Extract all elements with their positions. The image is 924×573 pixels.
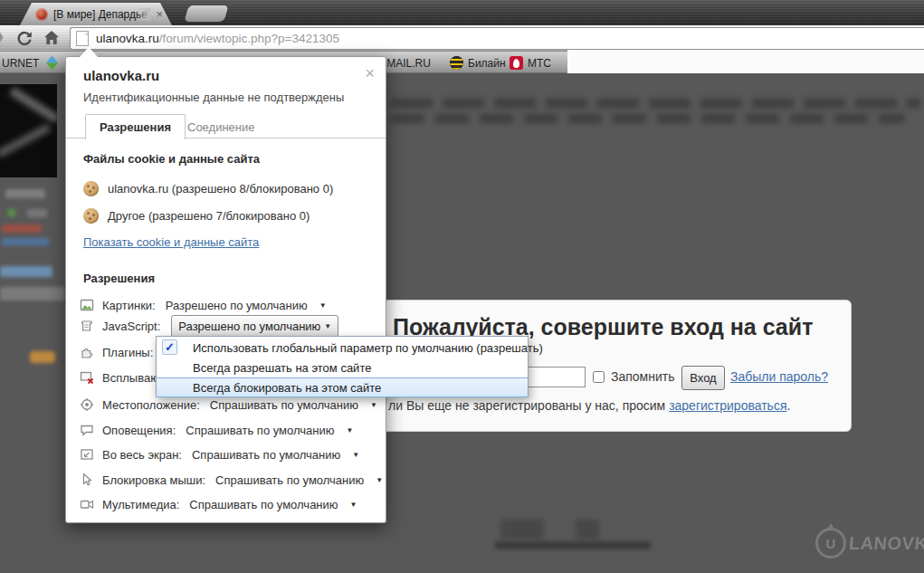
address-bar[interactable]: ulanovka.ru/forum/viewtopic.php?p=342130…: [70, 27, 924, 50]
permission-value[interactable]: Спрашивать по умолчанию: [210, 398, 358, 412]
javascript-permission-menu: ✓ Использовать глобальный параметр по ум…: [156, 336, 529, 397]
register-line: ли Вы еще не зарегистрированы у нас, про…: [388, 398, 790, 413]
dimmed-text-line: [391, 114, 905, 123]
permission-value[interactable]: Спрашивать по умолчанию: [215, 473, 364, 487]
bookmark-urnet[interactable]: URNET: [2, 55, 39, 71]
permission-value: Разрешено по умолчанию: [178, 320, 320, 333]
dropdown-caret-icon[interactable]: ▼: [350, 501, 357, 509]
popup-tab-bar: Разрешения Соединение: [66, 114, 386, 138]
dimmed-text-line: [391, 99, 920, 108]
permission-row-plugins: Плагины:: [80, 342, 163, 362]
tab-favicon-icon: [35, 8, 48, 21]
menu-option-label: Всегда блокировать на этом сайте: [193, 381, 381, 395]
dimmed-content: [500, 520, 544, 540]
dropdown-caret-icon[interactable]: ▼: [352, 451, 359, 459]
dropdown-caret-icon[interactable]: ▼: [319, 301, 327, 310]
dimmed-content: [7, 208, 16, 217]
diamond-bookmark-icon[interactable]: [45, 55, 59, 71]
mts-icon: [510, 56, 523, 70]
media-camera-icon: [80, 497, 94, 511]
ulanovka-logo-icon: U: [815, 528, 846, 559]
dropdown-caret-icon[interactable]: ▼: [346, 426, 353, 435]
cookie-item: Другое (разрешено 7/блокировано 0): [83, 208, 310, 224]
images-icon: [80, 298, 94, 312]
permission-label: JavaScript:: [102, 320, 160, 333]
login-button[interactable]: Вход: [681, 366, 725, 390]
register-suffix: .: [786, 398, 790, 413]
permission-label: Картинки:: [102, 299, 156, 312]
dimmed-content: [5, 189, 45, 198]
menu-option-always-allow[interactable]: Всегда разрешать на этом сайте: [157, 358, 528, 377]
cookies-heading: Файлы cookie и данные сайта: [83, 152, 260, 166]
remember-label: Запомнить: [611, 369, 675, 384]
tab-permissions[interactable]: Разрешения: [85, 114, 186, 139]
permission-value[interactable]: Спрашивать по умолчанию: [192, 448, 340, 462]
permission-value[interactable]: Разрешено по умолчанию: [166, 299, 308, 312]
show-cookies-link[interactable]: Показать cookie и данные сайта: [83, 235, 259, 249]
remember-checkbox[interactable]: [593, 371, 605, 383]
menu-option-global-default[interactable]: ✓ Использовать глобальный параметр по ум…: [157, 337, 528, 358]
menu-option-always-block[interactable]: Всегда блокировать на этом сайте: [157, 377, 528, 397]
permission-label: Мультимедиа:: [102, 498, 179, 511]
browser-tab[interactable]: [В мире] Депардье объяв ×: [20, 3, 172, 25]
cookie-item-text: ulanovka.ru (разрешено 8/блокировано 0): [108, 182, 333, 196]
url-path: /forum/viewtopic.php?p=3421305: [159, 32, 339, 45]
home-icon[interactable]: [42, 28, 62, 48]
forgot-password-link[interactable]: Забыли пароль?: [730, 369, 828, 384]
new-tab-button[interactable]: [184, 5, 228, 22]
fullscreen-icon: [80, 447, 94, 462]
forward-button[interactable]: ❯: [0, 28, 10, 48]
permission-row-javascript: JavaScript: Разрешено по умолчанию ▼: [80, 316, 338, 336]
bookmark-label: МТС: [528, 57, 551, 70]
tab-connection[interactable]: Соединение: [187, 120, 255, 134]
cookie-item-text: Другое (разрешено 7/блокировано 0): [108, 209, 310, 223]
permission-value[interactable]: Спрашивать по умолчанию: [186, 424, 334, 437]
permission-label: Оповещения:: [102, 424, 176, 437]
page-icon[interactable]: [76, 31, 89, 46]
bookmark-mts[interactable]: МТС: [510, 55, 551, 71]
dropdown-caret-icon: ▼: [324, 322, 331, 330]
permission-row-fullscreen: Во весь экран: Спрашивать по умолчанию ▼: [80, 444, 359, 464]
menu-option-label: Использовать глобальный параметр по умол…: [193, 341, 543, 355]
watermark-text: LANOVKA: [848, 533, 924, 554]
dimmed-content: [27, 209, 47, 217]
permission-row-media: Мультимедиа: Спрашивать по умолчанию ▼: [80, 494, 357, 514]
dimmed-content: [2, 224, 42, 233]
watermark-initial: U: [826, 536, 836, 551]
location-icon: [80, 397, 94, 412]
popup-blocked-icon: [80, 370, 94, 385]
popup-anchor-arrow: [80, 47, 98, 57]
register-text: ли Вы еще не зарегистрированы у нас, про…: [388, 398, 665, 413]
site-permissions-popup: ulanovka.ru × Идентификационные данные н…: [65, 56, 386, 523]
dimmed-content: [2, 238, 49, 245]
cookie-icon: [83, 208, 99, 224]
javascript-permission-dropdown[interactable]: Разрешено по умолчанию ▼: [171, 315, 338, 338]
register-link[interactable]: зарегистрироваться: [669, 398, 786, 413]
cookie-icon: [83, 181, 99, 196]
popup-close-icon[interactable]: ×: [365, 64, 375, 83]
identity-status: Идентификационные данные не подтверждены: [83, 91, 344, 104]
dropdown-caret-icon[interactable]: ▼: [370, 401, 377, 409]
javascript-icon: [80, 319, 94, 333]
permission-label: Блокировка мыши:: [102, 473, 205, 487]
tab-title: [В мире] Депардье объяв: [53, 8, 150, 21]
tab-close-icon[interactable]: ×: [156, 8, 163, 20]
dimmed-content: [30, 351, 55, 363]
permission-value[interactable]: Спрашивать по умолчанию: [189, 498, 338, 511]
popup-site-name: ulanovka.ru: [83, 68, 159, 83]
plugins-icon: [80, 345, 94, 359]
bookmark-label: Билайн: [468, 57, 506, 70]
bookmark-label: URNET: [2, 57, 39, 70]
permission-row-images: Картинки: Разрешено по умолчанию ▼: [80, 295, 327, 315]
dimmed-content: [576, 520, 599, 540]
dropdown-caret-icon[interactable]: ▼: [376, 476, 383, 484]
mouse-lock-icon: [80, 473, 94, 487]
bookmark-beeline[interactable]: Билайн: [450, 55, 506, 71]
url-domain: ulanovka.ru: [96, 32, 159, 45]
notifications-icon: [80, 423, 94, 437]
dimmed-content: [0, 266, 52, 277]
reload-icon[interactable]: [14, 28, 34, 48]
permission-row-location: Местоположение: Спрашивать по умолчанию …: [80, 395, 377, 415]
bookmarks-bar-empty-area: [567, 49, 924, 73]
permission-label: Плагины:: [102, 346, 153, 359]
